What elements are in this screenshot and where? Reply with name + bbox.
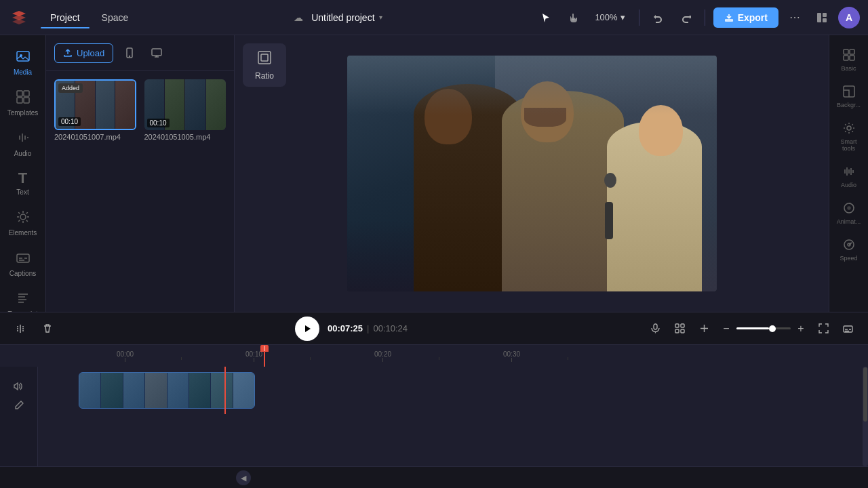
svg-rect-30: [681, 329, 684, 333]
volume-track[interactable]: [736, 327, 791, 329]
svg-rect-26: [654, 324, 657, 329]
avatar[interactable]: A: [838, 7, 860, 28]
elements-icon: [16, 209, 31, 226]
playhead-marker: [260, 345, 269, 367]
fullscreen-button[interactable]: [814, 319, 833, 338]
layout-button[interactable]: [811, 7, 833, 28]
app-logo: [8, 7, 30, 28]
hand-tool-button[interactable]: [562, 7, 584, 28]
right-audio-icon: [843, 165, 855, 180]
project-name-button[interactable]: Untitled project ▾: [306, 9, 387, 26]
grid-button[interactable]: [670, 319, 689, 338]
right-sidebar-item-animate[interactable]: Animat...: [831, 197, 867, 230]
upload-button[interactable]: Upload: [54, 43, 113, 63]
ratio-button[interactable]: Ratio: [243, 43, 286, 87]
sidebar-item-text[interactable]: T Text: [4, 165, 42, 201]
avatar-letter: A: [846, 12, 852, 23]
tracks-content: [38, 367, 868, 466]
delete-button[interactable]: [38, 319, 57, 338]
tab-project[interactable]: Project: [41, 8, 90, 27]
clip-frame: [101, 373, 123, 408]
sidebar-item-templates[interactable]: Templates: [4, 84, 42, 122]
sidebar-item-transcript[interactable]: Transcript: [4, 285, 42, 312]
clip-frames: [79, 373, 254, 408]
ruler-marks: 00:00 00:10 00:20 00:30: [76, 345, 868, 367]
media-filename-2: 202401051005.mp4: [144, 133, 226, 141]
captions-icon: [16, 250, 31, 267]
clip-frame: [145, 373, 167, 408]
right-sidebar-item-basic[interactable]: Basic: [831, 43, 867, 77]
microphone-button[interactable]: [646, 319, 665, 338]
added-badge: Added: [58, 83, 83, 93]
transcript-icon: [16, 291, 31, 308]
zoom-button[interactable]: 100% ▾: [589, 9, 630, 25]
ruler-label-0000: 00:00: [117, 350, 134, 358]
sidebar-item-captions[interactable]: Captions: [4, 245, 42, 283]
ruler-line: [511, 358, 512, 362]
sidebar-item-media-label: Media: [14, 68, 32, 76]
svg-point-23: [848, 207, 850, 209]
tab-space[interactable]: Space: [92, 8, 138, 27]
timeline-tracks: [0, 367, 868, 466]
playhead-head[interactable]: [260, 345, 269, 352]
volume-track-button[interactable]: [11, 378, 27, 394]
svg-point-21: [847, 126, 851, 130]
export-button[interactable]: Export: [713, 7, 778, 28]
track-label-row: [0, 372, 37, 420]
sidebar-item-elements[interactable]: Elements: [4, 204, 42, 242]
pointer-tool-button[interactable]: [535, 7, 557, 28]
topbar-tools: 100% ▾ Export ⋯ A: [535, 7, 860, 28]
text-icon: T: [18, 171, 27, 186]
edit-track-button[interactable]: [11, 397, 27, 413]
divider2: [705, 9, 705, 26]
volume-minus-button[interactable]: −: [719, 321, 734, 336]
play-button[interactable]: [295, 317, 319, 341]
mobile-view-button[interactable]: [119, 42, 140, 64]
volume-thumb[interactable]: [769, 325, 776, 332]
sidebar-item-audio[interactable]: Audio: [4, 125, 42, 163]
ruler-mark-0020: 00:20: [374, 350, 391, 362]
sidebar-item-captions-label: Captions: [9, 270, 36, 277]
topbar: Project Space ☁ Untitled project ▾ 100% …: [0, 0, 868, 35]
desktop-view-button[interactable]: [146, 42, 167, 64]
speed-label: Speed: [840, 255, 857, 262]
svg-rect-19: [850, 56, 854, 60]
media-panel: Upload Added 00:10: [46, 35, 235, 312]
timeline-scrollthumb[interactable]: [863, 367, 867, 422]
upload-label: Upload: [77, 48, 104, 58]
right-sidebar-item-smart-tools[interactable]: Smart tools: [831, 117, 867, 157]
zoom-level-label: 100%: [595, 12, 617, 22]
animate-icon: [843, 202, 855, 216]
right-sidebar-item-background[interactable]: Backgr...: [831, 80, 867, 114]
track-labels: [0, 367, 38, 466]
svg-rect-10: [17, 254, 29, 262]
captions-timeline-button[interactable]: [838, 319, 857, 338]
volume-slider[interactable]: − +: [719, 321, 808, 336]
undo-button[interactable]: [648, 7, 669, 28]
collapse-timeline-button[interactable]: ◀: [236, 470, 251, 485]
more-options-button[interactable]: ⋯: [784, 7, 806, 28]
tl-right-tools: − +: [646, 319, 857, 338]
timeline-scrollbar[interactable]: [863, 367, 868, 466]
split-button[interactable]: [11, 319, 30, 338]
video-clip[interactable]: [79, 372, 255, 409]
svg-rect-7: [17, 98, 22, 103]
right-sidebar-item-speed[interactable]: Speed: [831, 233, 867, 267]
right-sidebar: Basic Backgr... Smart tools Audio Animat…: [829, 35, 868, 312]
canvas-area: Ratio: [235, 35, 829, 312]
smart-tools-icon: [843, 122, 855, 136]
volume-plus-button[interactable]: +: [793, 321, 808, 336]
canvas-toolbar: Ratio: [243, 43, 286, 87]
redo-button[interactable]: [675, 7, 696, 28]
sidebar-item-text-label: Text: [16, 188, 28, 196]
list-item[interactable]: 00:10 202401051005.mp4: [144, 79, 226, 141]
svg-rect-14: [258, 52, 271, 64]
split-view-button[interactable]: [694, 319, 713, 338]
basic-icon: [843, 49, 855, 63]
speed-icon: [843, 239, 855, 253]
sidebar-item-media[interactable]: Media: [4, 43, 42, 81]
right-sidebar-item-audio[interactable]: Audio: [831, 160, 867, 194]
list-item[interactable]: Added 00:10 202401051007.mp4: [54, 79, 136, 141]
divider: [639, 9, 639, 26]
media-thumbnail-1: Added 00:10: [54, 79, 136, 130]
